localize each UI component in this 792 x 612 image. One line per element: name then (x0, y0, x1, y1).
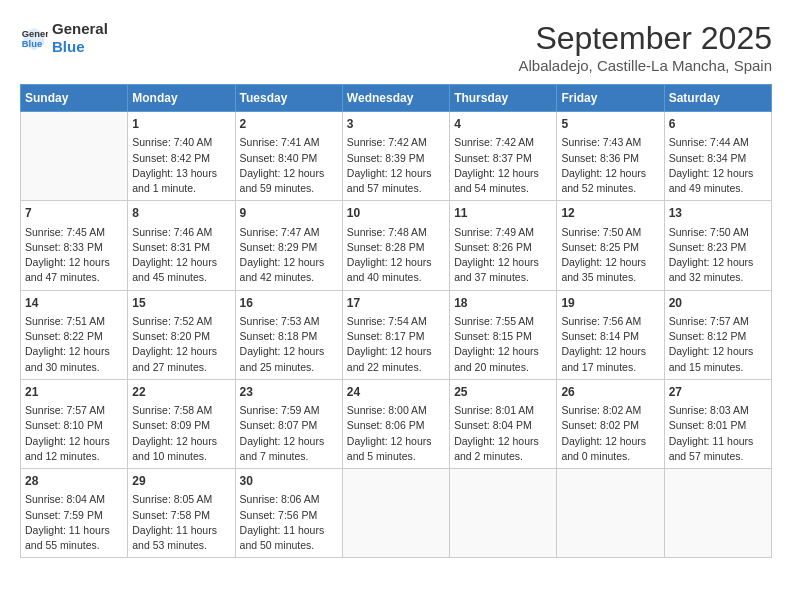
calendar-cell: 2Sunrise: 7:41 AM Sunset: 8:40 PM Daylig… (235, 112, 342, 201)
calendar-cell: 9Sunrise: 7:47 AM Sunset: 8:29 PM Daylig… (235, 201, 342, 290)
day-header-wednesday: Wednesday (342, 85, 449, 112)
day-number: 6 (669, 116, 767, 133)
day-number: 30 (240, 473, 338, 490)
calendar-cell: 29Sunrise: 8:05 AM Sunset: 7:58 PM Dayli… (128, 469, 235, 558)
calendar-cell (21, 112, 128, 201)
logo-text: General Blue (52, 20, 108, 56)
calendar-cell: 26Sunrise: 8:02 AM Sunset: 8:02 PM Dayli… (557, 379, 664, 468)
day-info: Sunrise: 7:44 AM Sunset: 8:34 PM Dayligh… (669, 135, 767, 196)
svg-text:General: General (22, 29, 48, 39)
day-number: 9 (240, 205, 338, 222)
calendar-cell: 17Sunrise: 7:54 AM Sunset: 8:17 PM Dayli… (342, 290, 449, 379)
day-number: 18 (454, 295, 552, 312)
calendar-cell (557, 469, 664, 558)
calendar-cell (342, 469, 449, 558)
day-info: Sunrise: 7:57 AM Sunset: 8:12 PM Dayligh… (669, 314, 767, 375)
day-info: Sunrise: 8:02 AM Sunset: 8:02 PM Dayligh… (561, 403, 659, 464)
day-number: 28 (25, 473, 123, 490)
day-info: Sunrise: 7:42 AM Sunset: 8:39 PM Dayligh… (347, 135, 445, 196)
day-number: 17 (347, 295, 445, 312)
svg-text:Blue: Blue (22, 39, 42, 49)
day-info: Sunrise: 8:06 AM Sunset: 7:56 PM Dayligh… (240, 492, 338, 553)
calendar-week-row: 14Sunrise: 7:51 AM Sunset: 8:22 PM Dayli… (21, 290, 772, 379)
day-number: 20 (669, 295, 767, 312)
calendar-subtitle: Albaladejo, Castille-La Mancha, Spain (519, 57, 772, 74)
day-header-tuesday: Tuesday (235, 85, 342, 112)
calendar-cell: 13Sunrise: 7:50 AM Sunset: 8:23 PM Dayli… (664, 201, 771, 290)
day-number: 27 (669, 384, 767, 401)
day-number: 22 (132, 384, 230, 401)
logo: General Blue General Blue (20, 20, 108, 56)
page-header: General Blue General Blue September 2025… (20, 20, 772, 74)
day-number: 13 (669, 205, 767, 222)
calendar-title: September 2025 (519, 20, 772, 57)
day-number: 14 (25, 295, 123, 312)
day-info: Sunrise: 7:50 AM Sunset: 8:25 PM Dayligh… (561, 225, 659, 286)
day-header-thursday: Thursday (450, 85, 557, 112)
day-number: 25 (454, 384, 552, 401)
day-info: Sunrise: 7:52 AM Sunset: 8:20 PM Dayligh… (132, 314, 230, 375)
calendar-cell: 23Sunrise: 7:59 AM Sunset: 8:07 PM Dayli… (235, 379, 342, 468)
calendar-cell: 3Sunrise: 7:42 AM Sunset: 8:39 PM Daylig… (342, 112, 449, 201)
calendar-cell: 19Sunrise: 7:56 AM Sunset: 8:14 PM Dayli… (557, 290, 664, 379)
calendar-cell: 24Sunrise: 8:00 AM Sunset: 8:06 PM Dayli… (342, 379, 449, 468)
day-info: Sunrise: 7:57 AM Sunset: 8:10 PM Dayligh… (25, 403, 123, 464)
calendar-header-row: SundayMondayTuesdayWednesdayThursdayFrid… (21, 85, 772, 112)
day-number: 24 (347, 384, 445, 401)
calendar-cell: 20Sunrise: 7:57 AM Sunset: 8:12 PM Dayli… (664, 290, 771, 379)
calendar-cell (664, 469, 771, 558)
day-number: 26 (561, 384, 659, 401)
day-number: 4 (454, 116, 552, 133)
calendar-cell: 30Sunrise: 8:06 AM Sunset: 7:56 PM Dayli… (235, 469, 342, 558)
calendar-cell: 5Sunrise: 7:43 AM Sunset: 8:36 PM Daylig… (557, 112, 664, 201)
day-number: 5 (561, 116, 659, 133)
day-info: Sunrise: 7:50 AM Sunset: 8:23 PM Dayligh… (669, 225, 767, 286)
logo-general-text: General (52, 20, 108, 38)
day-info: Sunrise: 7:56 AM Sunset: 8:14 PM Dayligh… (561, 314, 659, 375)
calendar-cell: 27Sunrise: 8:03 AM Sunset: 8:01 PM Dayli… (664, 379, 771, 468)
day-info: Sunrise: 8:00 AM Sunset: 8:06 PM Dayligh… (347, 403, 445, 464)
calendar-cell: 18Sunrise: 7:55 AM Sunset: 8:15 PM Dayli… (450, 290, 557, 379)
day-number: 7 (25, 205, 123, 222)
calendar-cell: 21Sunrise: 7:57 AM Sunset: 8:10 PM Dayli… (21, 379, 128, 468)
day-number: 21 (25, 384, 123, 401)
calendar-cell: 16Sunrise: 7:53 AM Sunset: 8:18 PM Dayli… (235, 290, 342, 379)
day-info: Sunrise: 8:01 AM Sunset: 8:04 PM Dayligh… (454, 403, 552, 464)
calendar-cell: 10Sunrise: 7:48 AM Sunset: 8:28 PM Dayli… (342, 201, 449, 290)
day-info: Sunrise: 7:58 AM Sunset: 8:09 PM Dayligh… (132, 403, 230, 464)
calendar-cell: 12Sunrise: 7:50 AM Sunset: 8:25 PM Dayli… (557, 201, 664, 290)
calendar-cell: 15Sunrise: 7:52 AM Sunset: 8:20 PM Dayli… (128, 290, 235, 379)
calendar-week-row: 21Sunrise: 7:57 AM Sunset: 8:10 PM Dayli… (21, 379, 772, 468)
day-header-sunday: Sunday (21, 85, 128, 112)
day-info: Sunrise: 8:03 AM Sunset: 8:01 PM Dayligh… (669, 403, 767, 464)
day-header-monday: Monday (128, 85, 235, 112)
day-info: Sunrise: 7:41 AM Sunset: 8:40 PM Dayligh… (240, 135, 338, 196)
calendar-week-row: 7Sunrise: 7:45 AM Sunset: 8:33 PM Daylig… (21, 201, 772, 290)
calendar-cell: 6Sunrise: 7:44 AM Sunset: 8:34 PM Daylig… (664, 112, 771, 201)
day-number: 16 (240, 295, 338, 312)
day-number: 2 (240, 116, 338, 133)
day-number: 29 (132, 473, 230, 490)
day-info: Sunrise: 7:48 AM Sunset: 8:28 PM Dayligh… (347, 225, 445, 286)
day-number: 23 (240, 384, 338, 401)
day-number: 3 (347, 116, 445, 133)
calendar-cell: 1Sunrise: 7:40 AM Sunset: 8:42 PM Daylig… (128, 112, 235, 201)
day-info: Sunrise: 7:54 AM Sunset: 8:17 PM Dayligh… (347, 314, 445, 375)
day-info: Sunrise: 7:49 AM Sunset: 8:26 PM Dayligh… (454, 225, 552, 286)
logo-icon: General Blue (20, 24, 48, 52)
day-info: Sunrise: 7:45 AM Sunset: 8:33 PM Dayligh… (25, 225, 123, 286)
calendar-week-row: 1Sunrise: 7:40 AM Sunset: 8:42 PM Daylig… (21, 112, 772, 201)
day-info: Sunrise: 8:04 AM Sunset: 7:59 PM Dayligh… (25, 492, 123, 553)
day-number: 8 (132, 205, 230, 222)
calendar-cell: 22Sunrise: 7:58 AM Sunset: 8:09 PM Dayli… (128, 379, 235, 468)
logo-blue-text: Blue (52, 38, 108, 56)
day-info: Sunrise: 7:43 AM Sunset: 8:36 PM Dayligh… (561, 135, 659, 196)
day-info: Sunrise: 8:05 AM Sunset: 7:58 PM Dayligh… (132, 492, 230, 553)
calendar-cell: 14Sunrise: 7:51 AM Sunset: 8:22 PM Dayli… (21, 290, 128, 379)
day-info: Sunrise: 7:46 AM Sunset: 8:31 PM Dayligh… (132, 225, 230, 286)
day-info: Sunrise: 7:40 AM Sunset: 8:42 PM Dayligh… (132, 135, 230, 196)
day-number: 1 (132, 116, 230, 133)
day-number: 12 (561, 205, 659, 222)
calendar-table: SundayMondayTuesdayWednesdayThursdayFrid… (20, 84, 772, 558)
day-number: 15 (132, 295, 230, 312)
